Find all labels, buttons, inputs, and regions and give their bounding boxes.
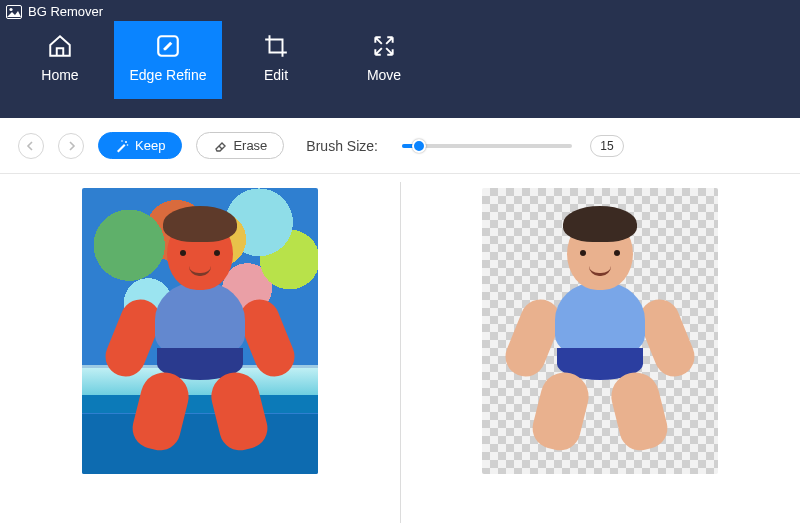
original-panel[interactable] [0, 174, 400, 523]
brush-size-label: Brush Size: [306, 138, 378, 154]
main-tabs: Home Edge Refine Edit Move [0, 21, 800, 99]
erase-button[interactable]: Erase [196, 132, 284, 159]
app-title: BG Remover [28, 4, 103, 19]
tab-edit[interactable]: Edit [222, 21, 330, 99]
result-image [482, 188, 718, 474]
svg-point-5 [127, 144, 129, 146]
workspace [0, 174, 800, 523]
slider-thumb[interactable] [412, 139, 426, 153]
edit-square-icon [155, 33, 181, 59]
svg-point-3 [125, 141, 127, 143]
brush-size-slider[interactable] [402, 144, 572, 148]
erase-label: Erase [233, 138, 267, 153]
tab-label: Home [41, 67, 78, 83]
svg-point-1 [9, 7, 12, 10]
svg-point-4 [121, 140, 123, 142]
keep-label: Keep [135, 138, 165, 153]
app-logo-icon [6, 5, 22, 19]
tab-edge-refine[interactable]: Edge Refine [114, 21, 222, 99]
titlebar: BG Remover [0, 0, 800, 23]
app-header: BG Remover Home Edge Refine Edit Move [0, 0, 800, 118]
subject-mask-overlay [115, 208, 285, 468]
edge-refine-toolbar: Keep Erase Brush Size: 15 [0, 118, 800, 174]
tab-label: Edge Refine [129, 67, 206, 83]
tab-label: Edit [264, 67, 288, 83]
tab-move[interactable]: Move [330, 21, 438, 99]
redo-button[interactable] [58, 133, 84, 159]
result-panel[interactable] [401, 174, 801, 523]
brush-size-value: 15 [590, 135, 624, 157]
undo-button[interactable] [18, 133, 44, 159]
subject-cutout [515, 208, 685, 468]
crop-icon [263, 33, 289, 59]
keep-button[interactable]: Keep [98, 132, 182, 159]
expand-arrows-icon [371, 33, 397, 59]
home-icon [47, 33, 73, 59]
wand-icon [115, 139, 129, 153]
tab-home[interactable]: Home [6, 21, 114, 99]
original-image [82, 188, 318, 474]
eraser-icon [213, 139, 227, 153]
tab-label: Move [367, 67, 401, 83]
